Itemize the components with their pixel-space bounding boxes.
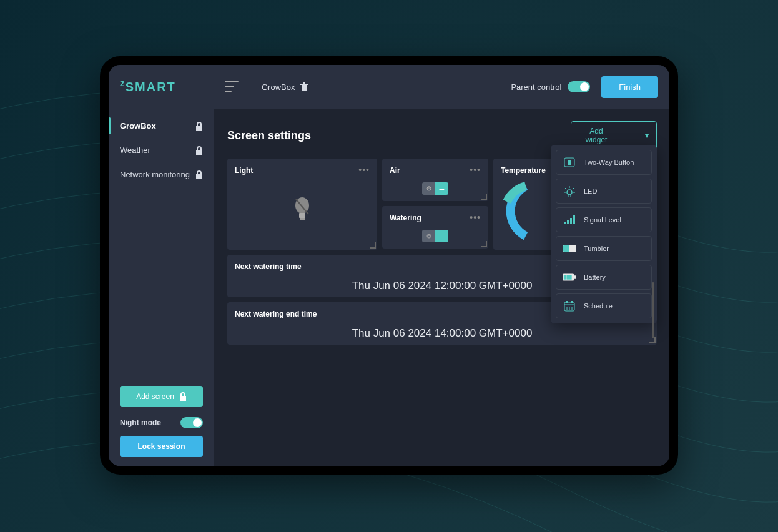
- svg-rect-4: [300, 218, 305, 220]
- dd-item-schedule[interactable]: Schedule: [556, 293, 652, 318]
- dd-item-two-way[interactable]: Two-Way Button: [556, 150, 652, 175]
- svg-rect-3: [299, 213, 305, 218]
- more-icon[interactable]: •••: [358, 165, 370, 175]
- dd-item-label: Two-Way Button: [584, 159, 634, 166]
- power-icon: [426, 186, 431, 191]
- widget-light[interactable]: Light •••: [227, 159, 377, 250]
- widget-air[interactable]: Air ••• –: [382, 159, 488, 201]
- bulb-icon: [235, 175, 370, 242]
- divider: [250, 78, 250, 96]
- brand-prefix: 2: [120, 79, 126, 88]
- app-screen: 2SMART GrowBox Parent control Finish Gro…: [109, 65, 669, 466]
- led-icon: [563, 184, 576, 198]
- finish-button[interactable]: Finish: [601, 76, 658, 98]
- topbar: 2SMART GrowBox Parent control Finish: [109, 65, 669, 109]
- lock-session-button[interactable]: Lock session: [120, 436, 203, 457]
- lock-icon: [179, 392, 187, 401]
- svg-rect-28: [564, 275, 566, 279]
- menu-icon[interactable]: [225, 81, 239, 92]
- sidebar-item-network[interactable]: Network monitoring: [109, 162, 214, 187]
- parent-control-toggle[interactable]: [568, 81, 590, 92]
- watering-switch[interactable]: –: [422, 230, 448, 242]
- svg-rect-27: [574, 275, 576, 279]
- svg-rect-29: [566, 275, 569, 279]
- sidebar-item-label: GrowBox: [120, 121, 156, 131]
- add-screen-button[interactable]: Add screen: [120, 386, 203, 407]
- page-title: Screen settings: [227, 129, 311, 142]
- resize-handle[interactable]: [370, 242, 376, 249]
- air-switch[interactable]: –: [422, 182, 448, 195]
- more-icon[interactable]: •••: [470, 212, 481, 222]
- dd-item-label: Schedule: [584, 302, 613, 310]
- svg-rect-30: [569, 275, 572, 279]
- trash-icon[interactable]: [300, 82, 308, 92]
- lock-icon: [195, 146, 203, 155]
- brand-logo: 2SMART: [120, 79, 214, 94]
- add-widget-dropdown: Two-Way Button LED Signal Level Tumbler …: [551, 145, 657, 323]
- svg-rect-0: [303, 86, 303, 90]
- svg-rect-1: [305, 86, 305, 90]
- widget-title: Light: [235, 166, 370, 175]
- dd-item-label: Battery: [584, 273, 606, 281]
- dd-item-label: Signal Level: [584, 216, 621, 224]
- widget-title: Watering: [390, 214, 481, 222]
- tablet-frame: 2SMART GrowBox Parent control Finish Gro…: [100, 56, 678, 475]
- tumbler-icon: [563, 242, 576, 255]
- main-content: Screen settings Add widget ▾ Light ••• A…: [215, 109, 669, 466]
- sidebar-item-label: Weather: [120, 145, 150, 155]
- svg-rect-11: [568, 160, 571, 165]
- night-mode-row: Night mode: [120, 417, 203, 428]
- sidebar: GrowBox Weather Network monitoring Add s…: [109, 109, 215, 466]
- svg-point-2: [295, 197, 309, 214]
- dd-item-battery[interactable]: Battery: [556, 265, 652, 290]
- signal-icon: [563, 213, 576, 227]
- more-icon[interactable]: •••: [470, 165, 481, 175]
- breadcrumb[interactable]: GrowBox: [262, 82, 308, 92]
- sidebar-item-growbox[interactable]: GrowBox: [109, 114, 214, 138]
- parent-control-label: Parent control: [511, 82, 561, 92]
- widget-title: Air: [390, 166, 481, 175]
- sidebar-item-label: Network monitoring: [120, 170, 190, 179]
- svg-rect-20: [564, 222, 566, 224]
- svg-line-14: [565, 188, 566, 189]
- dd-item-label: Tumbler: [584, 245, 609, 252]
- svg-rect-22: [570, 218, 572, 224]
- resize-handle[interactable]: [481, 241, 487, 247]
- night-mode-toggle[interactable]: [180, 417, 203, 428]
- widget-watering[interactable]: Watering ••• –: [382, 206, 488, 249]
- add-screen-label: Add screen: [136, 392, 174, 401]
- breadcrumb-label: GrowBox: [262, 82, 295, 92]
- lock-icon: [195, 170, 203, 179]
- brand-text: SMART: [126, 80, 176, 94]
- dd-item-label: LED: [584, 187, 597, 195]
- add-widget-label: Add widget: [579, 127, 614, 144]
- nav-list: GrowBox Weather Network monitoring: [109, 109, 214, 377]
- chevron-down-icon: ▾: [645, 131, 649, 140]
- dd-item-tumbler[interactable]: Tumbler: [556, 236, 652, 261]
- sidebar-bottom: Add screen Night mode Lock session: [109, 377, 214, 466]
- svg-line-15: [573, 188, 574, 189]
- power-icon: [426, 234, 431, 239]
- svg-rect-25: [563, 245, 569, 252]
- battery-icon: [563, 270, 576, 284]
- two-way-icon: [563, 155, 576, 169]
- widget-value: Thu Jun 06 2024 14:00:00 GMT+0000: [235, 327, 649, 340]
- resize-handle[interactable]: [481, 194, 487, 200]
- schedule-icon: [563, 299, 576, 313]
- svg-rect-23: [573, 215, 575, 224]
- sidebar-item-weather[interactable]: Weather: [109, 138, 214, 162]
- svg-rect-21: [567, 220, 569, 224]
- svg-point-12: [567, 190, 572, 195]
- dd-item-led[interactable]: LED: [556, 179, 652, 204]
- dropdown-scrollbar[interactable]: [652, 282, 654, 338]
- parent-control: Parent control: [511, 81, 590, 92]
- lock-icon: [195, 122, 203, 131]
- dd-item-signal[interactable]: Signal Level: [556, 207, 652, 232]
- night-mode-label: Night mode: [120, 418, 161, 427]
